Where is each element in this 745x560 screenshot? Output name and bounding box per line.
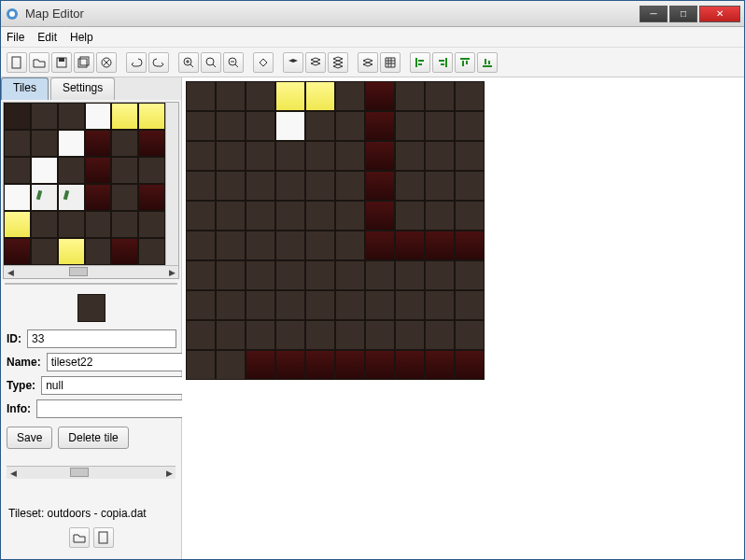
palette-scrollbar-v[interactable] bbox=[165, 103, 178, 265]
map-tile[interactable] bbox=[305, 231, 335, 260]
export-button[interactable] bbox=[93, 527, 114, 548]
map-tile[interactable] bbox=[305, 320, 335, 350]
map-tile[interactable] bbox=[216, 260, 246, 290]
map-tile[interactable] bbox=[246, 111, 275, 141]
type-field[interactable] bbox=[41, 376, 190, 395]
map-tile[interactable] bbox=[186, 350, 216, 380]
palette-tile[interactable] bbox=[85, 157, 112, 184]
align-left-button[interactable] bbox=[410, 52, 430, 73]
palette-tile[interactable] bbox=[111, 103, 138, 130]
palette-tile[interactable] bbox=[138, 130, 165, 157]
map-tile[interactable] bbox=[305, 141, 335, 171]
map-tile[interactable] bbox=[425, 350, 455, 380]
info-field[interactable] bbox=[36, 399, 186, 418]
palette-tile[interactable] bbox=[58, 157, 85, 184]
map-tile[interactable] bbox=[365, 171, 395, 201]
map-tile[interactable] bbox=[305, 81, 335, 111]
map-tile[interactable] bbox=[395, 350, 425, 380]
map-tile[interactable] bbox=[305, 260, 335, 290]
save-tile-button[interactable]: Save bbox=[7, 427, 52, 449]
map-tile[interactable] bbox=[216, 111, 246, 141]
palette-tile[interactable] bbox=[138, 103, 165, 130]
map-tile[interactable] bbox=[216, 171, 246, 201]
map-tile[interactable] bbox=[425, 141, 455, 171]
palette-tile[interactable] bbox=[31, 211, 58, 238]
map-tile[interactable] bbox=[365, 350, 395, 380]
map-tile[interactable] bbox=[455, 201, 485, 231]
grid-button[interactable] bbox=[380, 52, 401, 73]
layer3-button[interactable] bbox=[328, 52, 348, 73]
map-tile[interactable] bbox=[275, 141, 305, 171]
map-tile[interactable] bbox=[335, 350, 365, 380]
palette-tile[interactable] bbox=[85, 103, 112, 130]
map-tile[interactable] bbox=[186, 141, 216, 171]
palette-tile[interactable] bbox=[58, 184, 85, 211]
map-tile[interactable] bbox=[335, 320, 365, 350]
palette-tile[interactable] bbox=[31, 184, 58, 211]
map-tile[interactable] bbox=[395, 171, 425, 201]
map-tile[interactable] bbox=[425, 111, 455, 141]
palette-tile[interactable] bbox=[111, 130, 138, 157]
map-tile[interactable] bbox=[425, 260, 455, 290]
map-tile[interactable] bbox=[395, 111, 425, 141]
palette-tile[interactable] bbox=[85, 238, 112, 265]
align-top-button[interactable] bbox=[455, 52, 475, 73]
map-tile[interactable] bbox=[275, 350, 305, 380]
align-right-button[interactable] bbox=[432, 52, 453, 73]
map-tile[interactable] bbox=[275, 81, 305, 111]
tab-settings[interactable]: Settings bbox=[50, 77, 115, 100]
map-tile[interactable] bbox=[395, 231, 425, 260]
palette-tile[interactable] bbox=[4, 130, 31, 157]
palette-tile[interactable] bbox=[85, 184, 112, 211]
map-tile[interactable] bbox=[335, 201, 365, 231]
map-tile[interactable] bbox=[275, 320, 305, 350]
save-all-button[interactable] bbox=[74, 52, 94, 73]
map-tile[interactable] bbox=[395, 81, 425, 111]
zoom-fit-button[interactable] bbox=[201, 52, 221, 73]
map-tile[interactable] bbox=[305, 171, 335, 201]
save-button[interactable] bbox=[51, 52, 72, 73]
palette-tile[interactable] bbox=[31, 130, 58, 157]
palette-tile[interactable] bbox=[111, 211, 138, 238]
map-tile[interactable] bbox=[335, 111, 365, 141]
open-button[interactable] bbox=[29, 52, 49, 73]
map-tile[interactable] bbox=[395, 141, 425, 171]
map-tile[interactable] bbox=[186, 81, 216, 111]
palette-tile[interactable] bbox=[4, 238, 31, 265]
map-tile[interactable] bbox=[335, 231, 365, 260]
map-tile[interactable] bbox=[275, 231, 305, 260]
map-tile[interactable] bbox=[275, 171, 305, 201]
fill-button[interactable] bbox=[253, 52, 274, 73]
map-tile[interactable] bbox=[365, 141, 395, 171]
map-tile[interactable] bbox=[216, 201, 246, 231]
palette-tile[interactable] bbox=[138, 184, 165, 211]
palette-tile[interactable] bbox=[138, 238, 165, 265]
map-canvas[interactable] bbox=[182, 77, 744, 559]
map-tile[interactable] bbox=[275, 260, 305, 290]
layers-button[interactable] bbox=[358, 52, 378, 73]
palette-tile[interactable] bbox=[111, 238, 138, 265]
map-tile[interactable] bbox=[335, 171, 365, 201]
map-tile[interactable] bbox=[246, 231, 275, 260]
map-tile[interactable] bbox=[216, 290, 246, 320]
map-tile[interactable] bbox=[365, 201, 395, 231]
map-tile[interactable] bbox=[305, 290, 335, 320]
map-tile[interactable] bbox=[455, 290, 485, 320]
map-tile[interactable] bbox=[365, 320, 395, 350]
map-tile[interactable] bbox=[305, 201, 335, 231]
new-button[interactable] bbox=[7, 52, 27, 73]
map-tile[interactable] bbox=[246, 201, 275, 231]
map-tile[interactable] bbox=[186, 171, 216, 201]
map-tile[interactable] bbox=[425, 320, 455, 350]
palette-tile[interactable] bbox=[138, 211, 165, 238]
palette-tile[interactable] bbox=[58, 103, 85, 130]
map-tile[interactable] bbox=[275, 290, 305, 320]
palette-tile[interactable] bbox=[58, 130, 85, 157]
map-tile[interactable] bbox=[455, 350, 485, 380]
palette-tile[interactable] bbox=[58, 238, 85, 265]
menu-edit[interactable]: Edit bbox=[37, 31, 57, 44]
palette-tile[interactable] bbox=[4, 157, 31, 184]
palette-tile[interactable] bbox=[58, 211, 85, 238]
map-tile[interactable] bbox=[425, 231, 455, 260]
close-button[interactable]: ✕ bbox=[699, 6, 740, 22]
